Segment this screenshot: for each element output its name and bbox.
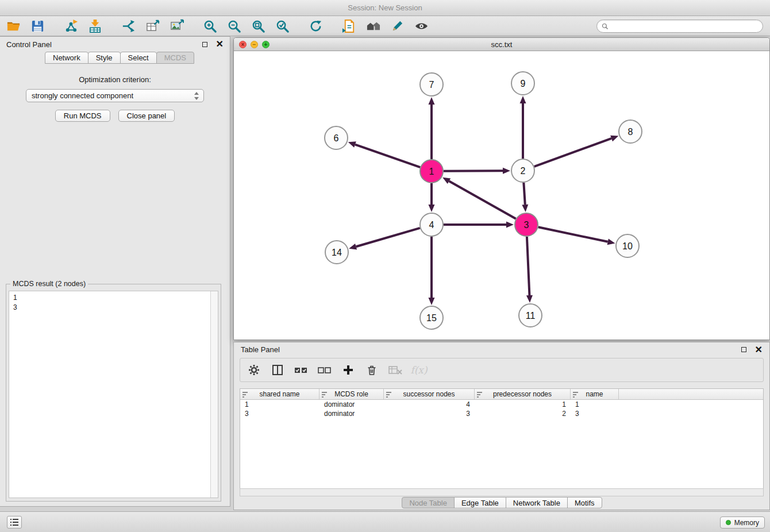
svg-text:1: 1	[429, 167, 434, 176]
network-canvas[interactable]: 7968124310141511	[234, 51, 769, 340]
table-row[interactable]: 3 dominator 3 2 3	[240, 409, 763, 418]
column-header-shared-name[interactable]: shared name	[240, 389, 319, 399]
zoom-out-button[interactable]	[225, 17, 242, 34]
edge-1-4[interactable]	[429, 183, 435, 212]
gear-icon	[248, 364, 260, 376]
delete-column-button[interactable]	[365, 363, 379, 377]
tab-motifs[interactable]: Motifs	[567, 497, 602, 508]
column-header-successor-nodes[interactable]: successor nodes	[384, 389, 475, 399]
table-settings-button[interactable]	[247, 363, 261, 377]
network-graph-svg[interactable]: 7968124310141511	[234, 51, 769, 340]
edge-1-6[interactable]	[348, 141, 420, 167]
close-table-panel-icon[interactable]: ✕	[755, 346, 763, 354]
column-label: name	[586, 390, 603, 398]
search-field[interactable]	[596, 20, 763, 33]
svg-text:14: 14	[332, 248, 342, 257]
close-panel-icon[interactable]: ✕	[216, 40, 224, 48]
edge-4-3[interactable]	[444, 222, 514, 228]
refresh-view-button[interactable]	[307, 17, 324, 34]
tab-edge-table[interactable]: Edge Table	[454, 497, 506, 508]
network-node-14[interactable]: 14	[325, 241, 348, 264]
memory-button[interactable]: Memory	[720, 516, 765, 529]
network-node-8[interactable]: 8	[619, 120, 642, 143]
edge-1-2[interactable]	[444, 168, 510, 174]
table-panel-title: Table Panel	[241, 345, 280, 354]
task-history-button[interactable]	[7, 516, 22, 529]
network-node-4[interactable]: 4	[420, 213, 443, 236]
network-node-1[interactable]: 1	[420, 160, 443, 183]
edge-4-15[interactable]	[429, 237, 435, 305]
show-columns-button[interactable]	[271, 363, 284, 377]
close-window-icon[interactable]: ×	[239, 41, 247, 48]
table-horizontal-scrollbar[interactable]	[240, 488, 764, 496]
network-window-titlebar[interactable]: × − + scc.txt	[234, 38, 769, 51]
network-node-7[interactable]: 7	[420, 73, 443, 96]
mcds-result-title: MCDS result (2 nodes)	[10, 280, 88, 288]
edge-2-3[interactable]	[522, 183, 528, 212]
save-session-button[interactable]	[29, 17, 46, 34]
select-all-columns-button[interactable]	[294, 363, 308, 377]
selected-criterion: strongly connected component	[32, 91, 193, 100]
create-column-button[interactable]	[341, 363, 355, 377]
zoom-in-icon	[203, 19, 217, 33]
search-input[interactable]	[611, 22, 758, 30]
graphics-details-button[interactable]	[388, 17, 406, 34]
mcds-result-text: 1 3	[9, 291, 210, 498]
eye-icon	[414, 19, 429, 33]
export-network-button[interactable]	[120, 17, 137, 34]
network-node-6[interactable]: 6	[325, 126, 348, 149]
edge-4-14[interactable]	[349, 228, 420, 250]
network-node-11[interactable]: 11	[519, 304, 542, 327]
network-node-15[interactable]: 15	[420, 306, 443, 329]
homes-icon	[366, 19, 380, 33]
deselect-all-columns-button[interactable]	[318, 363, 332, 377]
network-snapshot-button[interactable]	[340, 17, 357, 34]
minimize-window-icon[interactable]: −	[251, 41, 258, 48]
zoom-in-button[interactable]	[201, 17, 218, 34]
tab-select[interactable]: Select	[120, 52, 157, 64]
edge-2-8[interactable]	[534, 136, 619, 167]
network-node-9[interactable]: 9	[511, 72, 534, 95]
sort-icon	[386, 391, 392, 398]
edge-3-1[interactable]	[442, 178, 516, 219]
export-image-button[interactable]	[168, 17, 185, 34]
import-table-button[interactable]	[86, 17, 103, 34]
import-network-button[interactable]	[62, 17, 79, 34]
network-node-3[interactable]: 3	[515, 213, 538, 236]
list-icon	[10, 518, 19, 526]
cell-mcds-role: dominator	[319, 400, 384, 408]
optimization-criterion-select[interactable]: strongly connected component	[26, 89, 204, 102]
import-table-icon	[88, 19, 102, 33]
result-scrollbar[interactable]	[210, 291, 218, 498]
function-builder-button[interactable]: f(x)	[412, 363, 426, 377]
run-mcds-button[interactable]: Run MCDS	[55, 110, 110, 122]
zoom-selected-button[interactable]	[274, 17, 291, 34]
tab-style[interactable]: Style	[88, 52, 121, 64]
export-table-button[interactable]	[144, 17, 161, 34]
table-row[interactable]: 1 dominator 4 1 1	[240, 400, 763, 409]
zoom-window-icon[interactable]: +	[262, 41, 270, 48]
first-neighbors-button[interactable]	[364, 17, 382, 34]
float-panel-icon[interactable]	[202, 42, 207, 47]
open-session-button[interactable]	[5, 17, 22, 34]
cell-name: 1	[571, 400, 619, 408]
column-header-mcds-role[interactable]: MCDS role	[319, 389, 384, 399]
column-header-predecessor-nodes[interactable]: predecessor nodes	[475, 389, 571, 399]
close-panel-button[interactable]: Close panel	[118, 110, 175, 122]
tab-node-table[interactable]: Node Table	[402, 497, 455, 508]
edge-3-11[interactable]	[526, 237, 533, 303]
network-node-10[interactable]: 10	[616, 234, 639, 257]
tab-network-table[interactable]: Network Table	[506, 497, 568, 508]
edge-1-7[interactable]	[429, 97, 435, 159]
tab-mcds[interactable]: MCDS	[156, 52, 194, 64]
column-header-name[interactable]: name	[571, 389, 619, 399]
edge-3-10[interactable]	[538, 227, 615, 245]
zoom-fit-button[interactable]	[249, 17, 267, 34]
network-node-2[interactable]: 2	[511, 159, 534, 182]
delete-table-button[interactable]	[388, 363, 402, 377]
float-table-panel-icon[interactable]	[741, 347, 746, 352]
edge-2-9[interactable]	[520, 96, 526, 159]
tab-network[interactable]: Network	[45, 52, 88, 64]
show-hide-button[interactable]	[413, 17, 430, 34]
mcds-result-area[interactable]: 1 3	[9, 291, 218, 498]
